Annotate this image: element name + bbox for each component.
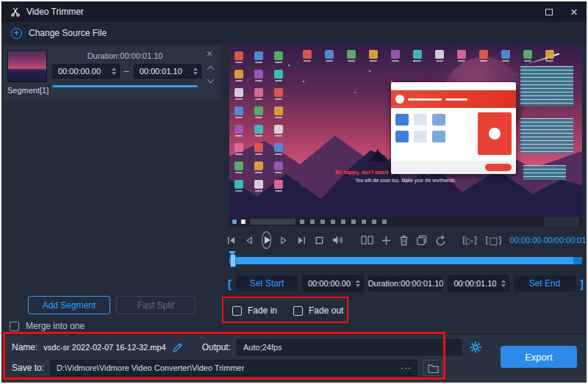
- segment-end-input[interactable]: 00:00:01.10: [134, 64, 201, 79]
- desktop-icon: [254, 162, 263, 170]
- end-time-input[interactable]: 00:00:01.10: [448, 275, 509, 291]
- output-settings-gear-icon[interactable]: [470, 341, 481, 353]
- desktop-icon: [274, 88, 283, 97]
- end-time-value: 00:00:01.10: [453, 279, 496, 288]
- desktop-icon: [457, 50, 466, 59]
- segment-progress-bar: [52, 85, 198, 87]
- save-path-input[interactable]: D:\Vidmore\Vidmore Video Converter\Video…: [50, 360, 417, 376]
- merge-into-one-row[interactable]: Merge into one: [10, 321, 85, 331]
- timeline-handle[interactable]: [230, 254, 236, 267]
- add-segment-button[interactable]: Add Segment: [28, 296, 110, 314]
- timeline-slider[interactable]: [229, 257, 582, 264]
- desktop-icon: [274, 106, 283, 115]
- fade-in-option[interactable]: Fade in: [232, 305, 277, 316]
- change-source-label: Change Source File: [29, 28, 107, 38]
- sticky-note: [517, 62, 576, 109]
- output-format-select[interactable]: Auto;24fps: [237, 339, 462, 355]
- desktop-icon: [234, 106, 243, 115]
- desktop-icon: [254, 180, 263, 189]
- segment-start-value: 00:00:00.00: [58, 67, 101, 76]
- close-button[interactable]: ×: [570, 6, 578, 18]
- footer-bar: Name: vsdc-sr 2022-02-07 16-12-32.mp4 Ou…: [1, 334, 587, 383]
- video-trimmer-window: Video Trimmer × + Change Source File Seg…: [0, 0, 588, 384]
- desktop-icon: [274, 143, 283, 152]
- reset-button[interactable]: [435, 235, 446, 246]
- start-time-value: 00:00:00.00: [308, 279, 351, 288]
- spinner-icon[interactable]: [193, 68, 198, 75]
- desktop-icon: [254, 70, 263, 79]
- segment-card[interactable]: Segment[1] Duration:00:00:01.10 00:00:00…: [4, 46, 220, 101]
- export-button[interactable]: Export: [501, 346, 577, 368]
- fade-out-checkbox[interactable]: [293, 306, 303, 316]
- edit-name-icon[interactable]: [173, 342, 183, 352]
- merge-label: Merge into one: [26, 321, 85, 331]
- move-up-icon[interactable]: [207, 66, 215, 73]
- segment-time-range: 00:00:00.00 – 00:00:01.10: [52, 64, 201, 79]
- file-name-value: vsdc-sr 2022-02-07 16-12-32.mp4: [43, 343, 165, 352]
- set-start-button[interactable]: Set Start: [236, 275, 298, 291]
- merge-checkbox[interactable]: [10, 322, 19, 331]
- play-button[interactable]: [262, 231, 271, 249]
- stop-button[interactable]: [315, 236, 324, 245]
- play-segment-button[interactable]: [▷]: [462, 235, 477, 246]
- desktop-icon: [501, 50, 510, 59]
- desktop-icon: [254, 106, 263, 115]
- desktop-icon: [479, 50, 488, 59]
- add-button[interactable]: [381, 236, 391, 245]
- segment-duration-label: Duration:00:00:01.10: [52, 51, 198, 60]
- next-frame-button[interactable]: [279, 236, 289, 245]
- copy-button[interactable]: [417, 235, 427, 245]
- desktop-icon: [234, 143, 243, 152]
- name-output-row: Name: vsdc-sr 2022-02-07 16-12-32.mp4 Ou…: [1, 339, 587, 355]
- skip-to-end-button[interactable]: [297, 236, 306, 245]
- timeline-end-cap: [573, 257, 582, 264]
- wallpaper-taskbar: [229, 217, 582, 226]
- titlebar: Video Trimmer ×: [1, 1, 587, 22]
- open-folder-button[interactable]: [423, 360, 442, 376]
- spinner-icon[interactable]: [112, 68, 116, 75]
- range-dash: –: [124, 66, 129, 76]
- video-preview: Be happy, don't waste your time being sa…: [229, 46, 582, 226]
- fade-in-label: Fade in: [248, 305, 277, 316]
- set-end-button[interactable]: Set End: [514, 275, 576, 291]
- desktop-icon: [254, 125, 263, 134]
- remove-segment-icon[interactable]: ×: [207, 48, 212, 59]
- maximize-button[interactable]: [545, 9, 553, 15]
- spinner-icon[interactable]: [501, 280, 506, 287]
- desktop-icon-grid-left: [234, 51, 283, 189]
- segment-thumbnail[interactable]: [7, 50, 47, 82]
- fade-out-label: Fade out: [309, 305, 343, 316]
- segment-start-input[interactable]: 00:00:00.00: [52, 64, 120, 79]
- window-controls: ×: [545, 6, 578, 18]
- previous-frame-button[interactable]: [244, 236, 254, 245]
- segment-end-value: 00:00:01.10: [140, 67, 182, 76]
- move-down-icon[interactable]: [207, 76, 215, 84]
- fade-in-checkbox[interactable]: [232, 306, 242, 316]
- start-time-input[interactable]: 00:00:00.00: [302, 275, 364, 291]
- skip-to-start-button[interactable]: [226, 236, 236, 245]
- desktop-icon: [347, 50, 356, 59]
- sticky-note: [520, 162, 569, 184]
- quote-line-2: You will die soon too. Make your life wo…: [295, 177, 516, 184]
- desktop-icon: [274, 125, 283, 134]
- split-button[interactable]: [361, 235, 373, 245]
- desktop-icon: [413, 50, 422, 59]
- browse-more-button[interactable]: ···: [401, 361, 412, 375]
- desktop-icon: [369, 50, 378, 59]
- bracket-close: ]: [580, 278, 584, 290]
- desktop-icon: [523, 50, 532, 59]
- desktop-icon: [234, 51, 243, 60]
- bracket-open: [: [228, 278, 232, 290]
- fast-split-button[interactable]: Fast Split: [116, 296, 196, 314]
- desktop-icon: [435, 50, 444, 59]
- desktop-icon: [234, 125, 243, 134]
- change-source-button[interactable]: + Change Source File: [1, 22, 587, 44]
- delete-button[interactable]: [399, 235, 409, 246]
- desktop-icon: [234, 180, 243, 189]
- fade-options: Fade in Fade out: [232, 302, 343, 319]
- fade-out-option[interactable]: Fade out: [293, 305, 343, 316]
- volume-button[interactable]: [332, 235, 345, 245]
- spinner-icon[interactable]: [356, 280, 360, 287]
- scissors-icon: [10, 7, 21, 17]
- stop-segment-button[interactable]: [□]: [485, 235, 501, 246]
